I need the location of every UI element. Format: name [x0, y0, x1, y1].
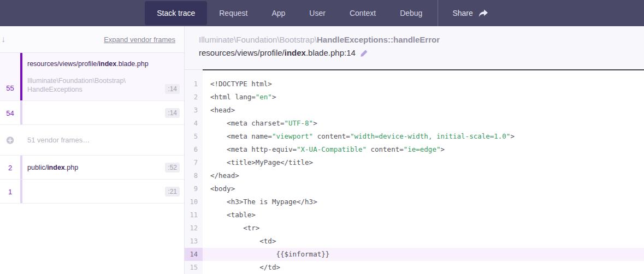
- line-number: 8: [185, 169, 203, 182]
- code-panel: 123456789101112131415 <!DOCTYPE html><ht…: [185, 69, 644, 274]
- code-line: <h3>The is Mypage</h3>: [203, 195, 644, 209]
- main-content: ↑ ↓ Expand vendor frames 55 resources/vi…: [0, 26, 644, 274]
- line-number: 3: [185, 104, 203, 117]
- line-number: 10: [185, 195, 203, 209]
- line-number: 11: [185, 209, 203, 222]
- vendor-frames-row[interactable]: 51 vendor frames…: [0, 125, 184, 156]
- line-number: 7: [185, 156, 203, 169]
- code-line: <meta http-equiv="X-UA-Compatible" conte…: [203, 143, 644, 156]
- frame-accent-bar: [20, 180, 22, 203]
- frame-file-breadcrumb: resources/views/profile/index.blade.php:…: [199, 47, 637, 58]
- share-arrow-icon: [478, 9, 488, 18]
- arrow-down-icon[interactable]: ↓: [1, 34, 7, 44]
- code-line: <body>: [203, 182, 644, 195]
- tab-app[interactable]: App: [259, 0, 297, 26]
- edit-pencil-icon[interactable]: [360, 49, 368, 57]
- code-line: <meta charset="UTF-8">: [203, 117, 644, 130]
- share-button[interactable]: Share: [441, 0, 499, 26]
- code-line: {{$informat}}: [203, 248, 644, 261]
- frame-file-path: public/index.php: [27, 164, 78, 171]
- line-number: 2: [185, 91, 203, 104]
- editor-header: Illuminate\Foundation\Bootstrap\HandleEx…: [185, 26, 644, 69]
- frame-method-breadcrumb: Illuminate\Foundation\Bootstrap\HandleEx…: [199, 34, 637, 45]
- frame-file-path: resources/views/profile/index.blade.php: [27, 60, 180, 68]
- top-navbar: Stack trace Request App User Context Deb…: [0, 0, 644, 26]
- frame-number: 55: [0, 84, 20, 92]
- code-line: <meta name="viewport" content="width=dev…: [203, 130, 644, 143]
- frame-number: 2: [0, 163, 20, 171]
- stack-frame-54[interactable]: 54 :14: [0, 101, 184, 125]
- stack-frame-1[interactable]: 1 :21: [0, 180, 184, 204]
- tab-context[interactable]: Context: [338, 0, 388, 26]
- code-lines[interactable]: <!DOCTYPE html><html lang="en"><head> <m…: [203, 69, 644, 274]
- tab-user[interactable]: User: [297, 0, 338, 26]
- line-number: 12: [185, 222, 203, 235]
- code-line: <tr>: [203, 222, 644, 235]
- code-line: </head>: [203, 169, 644, 182]
- line-number: 13: [185, 235, 203, 248]
- frame-number: 54: [0, 109, 20, 117]
- share-button-label: Share: [452, 9, 472, 17]
- code-line: <table>: [203, 209, 644, 222]
- line-number: 14: [185, 248, 203, 261]
- stack-trace-panel: ↑ ↓ Expand vendor frames 55 resources/vi…: [0, 26, 185, 274]
- frame-accent-bar: [20, 156, 22, 179]
- line-number-badge: :21: [165, 187, 180, 196]
- code-line: <head>: [203, 104, 644, 117]
- code-line: <title>MyPage</title>: [203, 156, 644, 169]
- frame-number: 1: [0, 187, 20, 195]
- line-number-badge: :14: [165, 108, 180, 118]
- navbar-divider: [438, 0, 438, 26]
- frame-accent-bar: [20, 53, 22, 100]
- nav-tabs: Stack trace Request App User Context Deb…: [145, 0, 499, 26]
- code-line: </td>: [203, 261, 644, 274]
- line-number-badge: :14: [165, 84, 180, 94]
- code-viewer: Illuminate\Foundation\Bootstrap\HandleEx…: [185, 26, 644, 274]
- line-number: 15: [185, 261, 203, 274]
- expand-vendor-frames-link[interactable]: Expand vendor frames: [104, 35, 175, 44]
- code-line: <!DOCTYPE html>: [203, 78, 644, 91]
- code-line: <td>: [203, 235, 644, 248]
- tab-request[interactable]: Request: [207, 0, 259, 26]
- code-line: <html lang="en">: [203, 91, 644, 104]
- frame-accent-bar: [20, 101, 22, 124]
- frame-sort-arrows: ↑ ↓: [0, 34, 7, 44]
- stack-frame-2[interactable]: 2 public/index.php :52: [0, 156, 184, 180]
- line-number-gutter: 123456789101112131415: [185, 69, 203, 274]
- frames-list: 55 resources/views/profile/index.blade.p…: [0, 53, 184, 204]
- frame-method: Illuminate\Foundation\Bootstrap\ HandleE…: [27, 76, 126, 94]
- stack-panel-header: ↑ ↓ Expand vendor frames: [0, 26, 184, 53]
- stack-frame-55[interactable]: 55 resources/views/profile/index.blade.p…: [0, 53, 184, 101]
- vendor-frames-label: 51 vendor frames…: [27, 125, 184, 155]
- line-number: 4: [185, 117, 203, 130]
- line-number: 9: [185, 182, 203, 195]
- plus-circle-icon[interactable]: [0, 136, 20, 144]
- line-number-badge: :52: [165, 163, 180, 172]
- line-number: 5: [185, 130, 203, 143]
- line-number: 1: [185, 78, 203, 91]
- line-number: 6: [185, 143, 203, 156]
- tab-debug[interactable]: Debug: [388, 0, 434, 26]
- tab-stack-trace[interactable]: Stack trace: [145, 1, 207, 25]
